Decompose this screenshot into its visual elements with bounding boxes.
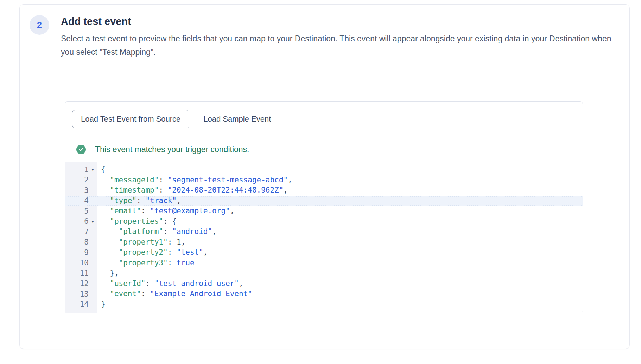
line-number: 1 bbox=[84, 165, 89, 174]
code-line[interactable]: 13 "event": "Example Android Event" bbox=[65, 289, 583, 299]
code-line-content[interactable]: "type": "track", bbox=[97, 196, 583, 206]
code-line[interactable]: 11 }, bbox=[65, 268, 583, 279]
code-token: : bbox=[168, 238, 177, 246]
editor-gutter-cell: 5 bbox=[65, 206, 97, 216]
code-token: "userId" bbox=[110, 279, 145, 288]
code-line[interactable]: 1▾{ bbox=[65, 164, 583, 175]
code-token: "test@example.org" bbox=[150, 207, 230, 215]
trigger-match-status: This event matches your trigger conditio… bbox=[65, 137, 583, 162]
line-number: 6 bbox=[84, 217, 89, 226]
load-sample-event-button[interactable]: Load Sample Event bbox=[196, 110, 278, 128]
code-token: : { bbox=[163, 217, 177, 226]
code-line-content[interactable]: }, bbox=[97, 268, 583, 279]
code-line[interactable]: 2 "messageId": "segment-test-message-abc… bbox=[65, 175, 583, 186]
code-token: , bbox=[230, 207, 235, 215]
code-line[interactable]: 12 "userId": "test-android-user", bbox=[65, 279, 583, 289]
code-token: : bbox=[168, 259, 177, 267]
step-description: Select a test event to preview the field… bbox=[61, 32, 622, 59]
code-token: "properties" bbox=[110, 217, 163, 226]
add-test-event-card: 2 Add test event Select a test event to … bbox=[19, 4, 630, 349]
page-title: Add test event bbox=[61, 15, 622, 28]
line-number: 7 bbox=[84, 228, 89, 236]
code-token: : bbox=[163, 227, 172, 236]
code-token: , bbox=[177, 196, 181, 205]
code-line[interactable]: 6▾ "properties": { bbox=[65, 216, 583, 227]
code-token: "test-android-user" bbox=[154, 279, 239, 288]
code-token: "test" bbox=[177, 248, 203, 256]
line-number: 3 bbox=[84, 186, 89, 195]
code-token: : bbox=[168, 248, 177, 256]
code-line-content[interactable]: "timestamp": "2024-08-20T22:44:48.962Z", bbox=[97, 185, 583, 196]
code-token: "type" bbox=[110, 196, 137, 205]
line-number: 9 bbox=[84, 248, 89, 257]
line-number: 11 bbox=[80, 269, 89, 278]
fold-arrow-icon[interactable]: ▾ bbox=[89, 216, 97, 227]
code-token: , bbox=[239, 279, 243, 288]
code-token: "timestamp" bbox=[110, 186, 159, 194]
editor-gutter-cell: 13 bbox=[65, 289, 97, 299]
load-test-event-button[interactable]: Load Test Event from Source bbox=[72, 110, 189, 128]
editor-gutter-cell: 10 bbox=[65, 258, 97, 268]
code-line-content[interactable]: } bbox=[97, 299, 583, 310]
code-token: : bbox=[141, 290, 150, 298]
code-token: "Example Android Event" bbox=[150, 290, 252, 298]
code-line[interactable]: 10 "property3": true bbox=[65, 258, 583, 268]
code-line-content[interactable]: "messageId": "segment-test-message-abcd"… bbox=[97, 175, 583, 186]
code-token: "2024-08-20T22:44:48.962Z" bbox=[168, 186, 284, 194]
event-source-toolbar: Load Test Event from Source Load Sample … bbox=[65, 102, 583, 137]
code-token: "platform" bbox=[119, 227, 163, 236]
code-line-content[interactable]: { bbox=[97, 164, 583, 175]
check-circle-icon bbox=[76, 145, 86, 154]
code-line[interactable]: 8 "property1": 1, bbox=[65, 237, 583, 248]
code-token: , bbox=[203, 248, 208, 256]
line-number: 14 bbox=[80, 300, 89, 308]
editor-gutter-cell: 12 bbox=[65, 279, 97, 289]
code-line[interactable]: 14} bbox=[65, 299, 583, 310]
code-line[interactable]: 5 "email": "test@example.org", bbox=[65, 206, 583, 216]
editor-gutter-cell: 6▾ bbox=[65, 216, 97, 227]
code-token: "email" bbox=[110, 207, 141, 215]
code-editor[interactable]: 1▾{2 "messageId": "segment-test-message-… bbox=[65, 162, 583, 313]
code-token: "property3" bbox=[119, 259, 168, 267]
editor-gutter-cell: 8 bbox=[65, 237, 97, 248]
line-number: 4 bbox=[84, 196, 89, 205]
editor-gutter-cell: 3 bbox=[65, 185, 97, 196]
code-line-content[interactable]: "event": "Example Android Event" bbox=[97, 289, 583, 299]
code-token: , bbox=[288, 176, 292, 184]
code-token: "property1" bbox=[119, 238, 168, 246]
step-body: Load Test Event from Source Load Sample … bbox=[20, 76, 629, 313]
text-cursor bbox=[182, 196, 182, 204]
fold-arrow-icon[interactable]: ▾ bbox=[89, 164, 97, 175]
line-number: 2 bbox=[84, 176, 89, 184]
code-token: : bbox=[159, 186, 167, 194]
editor-gutter-cell: 14 bbox=[65, 299, 97, 310]
code-token: "property2" bbox=[119, 248, 168, 256]
code-line[interactable]: 7 "platform": "android", bbox=[65, 227, 583, 237]
code-token: }, bbox=[110, 269, 119, 277]
editor-filler bbox=[65, 310, 583, 313]
code-line[interactable]: 4 "type": "track", bbox=[65, 196, 583, 206]
code-line-content[interactable]: "property1": 1, bbox=[97, 237, 583, 248]
code-line-content[interactable]: "email": "test@example.org", bbox=[97, 206, 583, 216]
editor-gutter-cell: 11 bbox=[65, 268, 97, 279]
editor-filler-code bbox=[97, 310, 583, 313]
editor-gutter-cell: 9 bbox=[65, 247, 97, 258]
code-token: : bbox=[137, 196, 145, 205]
editor-gutter-cell: 4 bbox=[65, 196, 97, 206]
step-number-badge: 2 bbox=[30, 15, 49, 35]
code-token: : bbox=[159, 176, 167, 184]
code-token: "android" bbox=[172, 227, 212, 236]
code-line[interactable]: 3 "timestamp": "2024-08-20T22:44:48.962Z… bbox=[65, 185, 583, 196]
code-line-content[interactable]: "property3": true bbox=[97, 258, 583, 268]
code-line-content[interactable]: "platform": "android", bbox=[97, 227, 583, 237]
code-line-content[interactable]: "property2": "test", bbox=[97, 247, 583, 258]
code-line[interactable]: 9 "property2": "test", bbox=[65, 247, 583, 258]
line-number: 12 bbox=[80, 279, 89, 288]
code-token: true bbox=[177, 259, 195, 267]
code-token: "track" bbox=[145, 196, 177, 205]
code-line-content[interactable]: "userId": "test-android-user", bbox=[97, 279, 583, 289]
editor-gutter-cell: 7 bbox=[65, 227, 97, 237]
code-line-content[interactable]: "properties": { bbox=[97, 216, 583, 227]
line-number: 5 bbox=[84, 207, 89, 215]
code-token: "event" bbox=[110, 290, 141, 298]
